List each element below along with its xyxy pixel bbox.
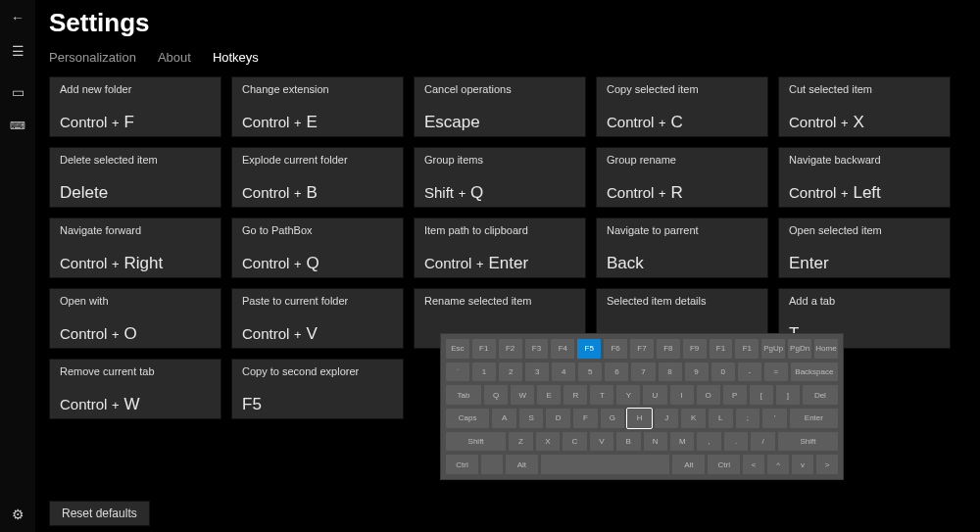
keyboard-key[interactable]: O	[697, 385, 720, 405]
keyboard-key[interactable]: Enter	[790, 409, 838, 428]
keyboard-key[interactable]: ^	[767, 455, 789, 474]
keyboard-key[interactable]: 7	[631, 363, 655, 382]
keyboard-key[interactable]: R	[564, 385, 587, 405]
keyboard-key[interactable]	[541, 455, 670, 474]
hotkey-card[interactable]: Copy to second explorerF5	[231, 359, 404, 419]
keyboard-key[interactable]: H	[627, 409, 652, 428]
hotkey-card[interactable]: Item path to clipboardControl + Enter	[414, 218, 586, 278]
keyboard-key[interactable]: F1	[735, 339, 759, 359]
keyboard-key[interactable]: X	[536, 432, 560, 452]
keyboard-key[interactable]: [	[750, 385, 773, 405]
menu-icon[interactable]: ☰	[6, 39, 29, 63]
keyboard-key[interactable]: I	[670, 385, 694, 405]
keyboard-key[interactable]: ,	[697, 432, 720, 452]
keyboard-key[interactable]: F6	[604, 339, 627, 359]
hotkey-card[interactable]: Remove current tabControl + W	[49, 359, 221, 419]
hotkey-card[interactable]: Group renameControl + R	[596, 147, 768, 208]
keyboard-key[interactable]: A	[492, 409, 516, 428]
keyboard-key[interactable]: F5	[577, 339, 601, 359]
keyboard-key[interactable]: Y	[616, 385, 640, 405]
keyboard-key[interactable]: 3	[525, 363, 549, 382]
keyboard-key[interactable]: .	[724, 432, 748, 452]
reset-defaults-button[interactable]: Reset defaults	[49, 501, 150, 526]
keyboard-key[interactable]: v	[792, 455, 813, 474]
keyboard-key[interactable]: F8	[657, 339, 680, 359]
keyboard-key[interactable]: M	[670, 432, 694, 452]
keyboard-key[interactable]: Ctrl	[446, 455, 478, 474]
device-icon[interactable]: ▭	[6, 80, 29, 104]
keyboard-overlay[interactable]: EscF1F2F3F4F5F6F7F8F9F1F1PgUpPgDnHome`12…	[440, 333, 844, 480]
tab-personalization[interactable]: Personalization	[49, 50, 136, 65]
keyboard-key[interactable]: 6	[605, 363, 628, 382]
keyboard-key[interactable]: 9	[685, 363, 709, 382]
hotkey-card[interactable]: Navigate to parrentBack	[596, 218, 768, 278]
keyboard-key[interactable]: Caps	[446, 409, 489, 428]
keyboard-key[interactable]: F7	[630, 339, 654, 359]
keyboard-key[interactable]: Alt	[506, 455, 538, 474]
keyboard-key[interactable]: F3	[525, 339, 549, 359]
hotkey-card[interactable]: Open selected itemEnter	[778, 218, 951, 278]
keyboard-key[interactable]: N	[644, 432, 667, 452]
keyboard-key[interactable]: 2	[499, 363, 522, 382]
keyboard-key[interactable]: 8	[659, 363, 682, 382]
keyboard-key[interactable]: F4	[551, 339, 574, 359]
keyboard-key[interactable]: PgDn	[788, 339, 811, 359]
keyboard-key[interactable]: '	[762, 409, 787, 428]
hotkey-card[interactable]: Paste to current folderControl + V	[231, 288, 404, 349]
hotkey-card[interactable]: Cut selected itemControl + X	[778, 76, 951, 137]
monitor-icon[interactable]: ⌨	[6, 114, 29, 137]
keyboard-key[interactable]: <	[743, 455, 764, 474]
hotkey-card[interactable]: Navigate backwardControl + Left	[778, 147, 951, 208]
keyboard-key[interactable]	[481, 455, 503, 474]
tab-hotkeys[interactable]: Hotkeys	[213, 50, 259, 65]
keyboard-key[interactable]: ]	[776, 385, 800, 405]
tab-about[interactable]: About	[158, 50, 191, 65]
keyboard-key[interactable]: =	[764, 363, 788, 382]
hotkey-card[interactable]: Change extensionControl + E	[231, 76, 404, 137]
keyboard-key[interactable]: >	[816, 455, 838, 474]
keyboard-key[interactable]: `	[446, 363, 469, 382]
keyboard-key[interactable]: 0	[711, 363, 735, 382]
keyboard-key[interactable]: 4	[552, 363, 575, 382]
keyboard-key[interactable]: Esc	[446, 339, 469, 359]
hotkey-card[interactable]: Cancel operationsEscape	[414, 76, 586, 137]
keyboard-key[interactable]: W	[511, 385, 534, 405]
keyboard-key[interactable]: 5	[578, 363, 602, 382]
keyboard-key[interactable]: J	[655, 409, 679, 428]
keyboard-key[interactable]: K	[681, 409, 706, 428]
keyboard-key[interactable]: F	[573, 409, 598, 428]
back-icon[interactable]: ←	[6, 6, 29, 29]
hotkey-card[interactable]: Group itemsShift + Q	[414, 147, 586, 208]
keyboard-key[interactable]: /	[751, 432, 774, 452]
hotkey-card[interactable]: Copy selected itemControl + C	[596, 76, 768, 137]
hotkey-card[interactable]: Go to PathBoxControl + Q	[231, 218, 404, 278]
keyboard-key[interactable]: D	[546, 409, 570, 428]
keyboard-key[interactable]: F2	[499, 339, 522, 359]
keyboard-key[interactable]: L	[709, 409, 733, 428]
keyboard-key[interactable]: F1	[710, 339, 733, 359]
keyboard-key[interactable]: Shift	[778, 432, 838, 452]
keyboard-key[interactable]: Ctrl	[708, 455, 740, 474]
keyboard-key[interactable]: C	[563, 432, 586, 452]
hotkey-card[interactable]: Navigate forwardControl + Right	[49, 218, 221, 278]
keyboard-key[interactable]: Del	[803, 385, 838, 405]
hotkey-card[interactable]: Delete selected itemDelete	[49, 147, 221, 208]
keyboard-key[interactable]: Shift	[446, 432, 506, 452]
keyboard-key[interactable]: S	[519, 409, 544, 428]
keyboard-key[interactable]: Backspace	[791, 363, 838, 382]
settings-icon[interactable]: ⚙	[6, 503, 29, 526]
keyboard-key[interactable]: 1	[472, 363, 496, 382]
keyboard-key[interactable]: Alt	[672, 455, 705, 474]
keyboard-key[interactable]: ;	[736, 409, 760, 428]
keyboard-key[interactable]: E	[537, 385, 561, 405]
keyboard-key[interactable]: F9	[683, 339, 707, 359]
hotkey-card[interactable]: Explode current folderControl + B	[231, 147, 404, 208]
keyboard-key[interactable]: Q	[484, 385, 508, 405]
keyboard-key[interactable]: P	[723, 385, 747, 405]
hotkey-card[interactable]: Add new folderControl + F	[49, 76, 221, 137]
keyboard-key[interactable]: V	[590, 432, 613, 452]
keyboard-key[interactable]: F1	[472, 339, 496, 359]
keyboard-key[interactable]: -	[738, 363, 761, 382]
keyboard-key[interactable]: Z	[509, 432, 532, 452]
keyboard-key[interactable]: U	[643, 385, 666, 405]
